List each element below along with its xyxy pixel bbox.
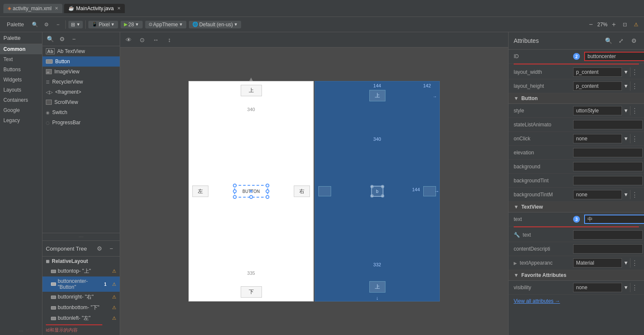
id-red-underline [514,64,639,64]
attr-id-input[interactable] [584,52,644,61]
handle-mr[interactable] [266,190,270,193]
attr-layout-width-dropdown[interactable]: p_content ▼ [573,67,630,77]
attr-bgtintmode-arrow[interactable]: ▼ [622,190,630,199]
palette-common[interactable]: Common [0,44,42,54]
magnet-icon[interactable]: ⊙ [137,35,147,45]
handle-tr[interactable] [266,184,270,187]
attr-text-wrench-input[interactable] [573,230,643,240]
toolbar-search[interactable]: 🔍 [30,20,40,30]
zoom-out-btn[interactable]: − [586,20,596,29]
attr-state-input[interactable] [573,120,643,129]
attr-onclick-more[interactable]: ⋮ [630,134,639,143]
handle-bl[interactable] [233,195,236,199]
warning-btn[interactable]: ⚠ [631,20,641,29]
api-btn[interactable]: ▶ 28 ▼ [121,21,142,28]
view-all-link[interactable]: View all attributes → [509,295,644,307]
tree-buttonright[interactable]: buttonright- "右" ⚠ [42,292,120,302]
java-tab[interactable]: ☕ MainActivity.java ✕ [64,4,124,13]
comp-recyclerview[interactable]: ☰ RecyclerView [42,77,120,87]
horiz-resize-icon[interactable]: ↔ [151,35,161,45]
attr-style-more[interactable]: ⋮ [630,106,639,115]
btn-center-right-preview[interactable]: b [371,186,384,197]
palette-search-icon[interactable]: 🔍 [45,34,55,44]
attr-style-dropdown[interactable]: uttonStyle ▼ [573,106,630,115]
palette-collapse-icon[interactable]: − [69,34,79,44]
attr-onclick-arrow[interactable]: ▼ [622,134,630,143]
palette-settings-icon[interactable]: ⚙ [57,34,67,44]
tree-relativelayout[interactable]: ⊞ RelativeLayout [42,257,120,266]
attr-visibility-dropdown[interactable]: none ▼ [573,283,630,292]
palette-text[interactable]: Text [0,54,42,64]
attr-layout-height-arrow[interactable]: ▼ [622,81,630,91]
attr-textappearance-more[interactable]: ⋮ [630,259,639,267]
palette-widgets[interactable]: Widgets [0,75,42,85]
zoom-fit-btn[interactable]: ⊡ [620,20,630,29]
attr-visibility-more[interactable]: ⋮ [630,283,639,292]
attr-elevation-input[interactable] [573,148,643,157]
attr-textappearance-dropdown[interactable]: Material ▼ [573,258,630,268]
attr-search-icon[interactable]: 🔍 [603,36,613,46]
handle-ml[interactable] [233,190,236,193]
zoom-in-btn[interactable]: + [609,20,619,29]
tree-buttontop[interactable]: buttontop- "上" ⚠ [42,266,120,276]
attr-bgtint-input[interactable] [573,176,643,185]
btn-right-left-preview[interactable]: 右 [294,186,310,197]
design-toggle-btn[interactable]: ⊞ ▼ [68,21,83,28]
tree-collapse-icon[interactable]: − [106,243,116,254]
attr-settings-icon[interactable]: ⚙ [629,36,639,46]
attr-style-arrow[interactable]: ▼ [622,106,630,115]
comp-scrollview[interactable]: ScrollView [42,97,120,107]
tree-buttonleft-icon [51,317,56,320]
handle-tl[interactable] [233,184,236,187]
attr-visibility-arrow[interactable]: ▼ [622,283,630,292]
comp-progressbar[interactable]: ◌ ProgressBar [42,117,120,128]
comp-switch[interactable]: ◉ Switch [42,107,120,117]
tree-settings-icon[interactable]: ⚙ [94,243,104,254]
attr-expand-icon[interactable]: ⤢ [616,36,626,46]
comp-fragment[interactable]: ◁▷ <fragment> [42,87,120,97]
btn-top-left-preview[interactable]: 上 [241,85,262,96]
palette-buttons[interactable]: Buttons [0,64,42,75]
attr-layout-width-more[interactable]: ⋮ [630,68,639,76]
attr-contentdesc-input[interactable] [573,244,643,254]
attr-textappearance-arrow[interactable]: ▼ [622,258,630,268]
palette-google[interactable]: Google [0,105,42,115]
eye-icon[interactable]: 👁 [124,35,134,45]
btn-bottom-left-preview[interactable]: 下 [241,286,262,298]
palette-legacy[interactable]: Legacy [0,115,42,126]
toolbar-minus[interactable]: − [53,20,63,30]
java-tab-close[interactable]: ✕ [117,6,121,11]
comp-textview[interactable]: Ab Ab TextView [42,46,120,56]
btn-left-right-preview[interactable] [318,186,331,196]
attr-bgtintmode-more[interactable]: ⋮ [630,190,639,199]
locale-btn[interactable]: 🌐 Default (en-us) ▼ [189,21,241,28]
textappearance-expand[interactable]: ▶ [514,261,517,265]
attr-text-input[interactable] [584,215,644,224]
attr-bgtintmode-dropdown[interactable]: none ▼ [573,190,630,199]
vert-resize-icon[interactable]: ↕ [164,35,174,45]
comp-imageview[interactable]: ImageView [42,67,120,77]
attr-layout-width-arrow[interactable]: ▼ [622,67,630,77]
btn-left-left-preview[interactable]: 左 [192,186,208,197]
xml-tab-close[interactable]: ✕ [55,6,58,11]
comp-button[interactable]: Button [42,56,120,67]
tree-buttonleft[interactable]: buttonleft- "左" ⚠ [42,313,120,324]
toolbar-settings[interactable]: ⚙ [41,20,51,30]
handle-br[interactable] [266,195,270,199]
btn-top-right-preview[interactable]: 上 [369,90,385,101]
tree-buttoncenter[interactable]: buttoncenter- "Button" 1 ⚠ [42,276,120,292]
btn-bottom-right-preview[interactable]: 上 [369,281,385,293]
palette-layouts[interactable]: Layouts [0,85,42,95]
theme-btn[interactable]: ⊙ AppTheme ▼ [145,21,187,28]
attr-onclick-dropdown[interactable]: none ▼ [573,134,630,143]
attr-background-input[interactable] [573,162,643,171]
attr-layout-height-dropdown[interactable]: p_content ▼ [573,81,630,91]
attr-layout-height-more[interactable]: ⋮ [630,82,639,90]
xml-tab[interactable]: ◈ activity_main.xml ✕ [3,4,62,13]
handle-bm[interactable] [249,195,253,199]
pixel-btn[interactable]: 📱 Pixel ▼ [88,21,118,28]
text-red-underline [514,226,639,227]
tree-buttonbottom[interactable]: buttonbottom- "下" ⚠ [42,302,120,313]
locale-arrow: ▼ [234,22,238,27]
palette-containers[interactable]: Containers [0,95,42,105]
